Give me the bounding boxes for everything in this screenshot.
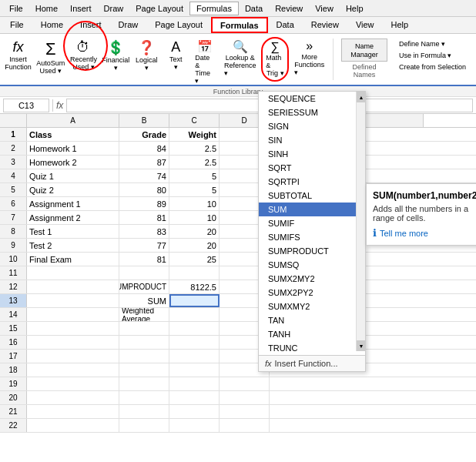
cell-14a[interactable]: [27, 308, 119, 321]
cell-14b[interactable]: Weighted Average: [119, 308, 169, 321]
cell-13c[interactable]: [169, 294, 220, 307]
dropdown-item-sumproduct[interactable]: SUMPRODUCT: [259, 244, 365, 258]
menu-page-layout[interactable]: Page Layout: [129, 2, 189, 15]
rb-math-trig[interactable]: ∑ Math & Trig ▾: [261, 37, 289, 82]
cell-3c[interactable]: 2.5: [169, 156, 220, 169]
rb-more-functions[interactable]: » More Functions ▾: [290, 37, 328, 82]
cell-5a[interactable]: Quiz 2: [27, 183, 119, 196]
menu-view[interactable]: View: [309, 2, 340, 15]
menu-draw[interactable]: Draw: [98, 2, 130, 15]
dropdown-item-sequence[interactable]: SEQUENCE: [259, 92, 365, 105]
rb-insert-function[interactable]: fx Insert Function: [3, 37, 33, 82]
dropdown-item-tanh[interactable]: TANH: [259, 327, 365, 341]
tab-home[interactable]: Home: [32, 17, 72, 33]
cell-1c[interactable]: Weight: [169, 128, 220, 141]
cell-13b[interactable]: SUM: [119, 294, 169, 307]
rb-financial[interactable]: 💲 Financial ▾: [100, 37, 131, 82]
cell-12c[interactable]: 8122.5: [169, 280, 220, 293]
cell-11a[interactable]: [27, 266, 119, 280]
cell-7a[interactable]: Assignment 2: [27, 211, 119, 224]
define-name-btn[interactable]: Define Name ▾: [395, 38, 470, 49]
cell-10a[interactable]: Final Exam: [27, 253, 119, 266]
col-header-c[interactable]: C: [169, 114, 220, 127]
cell-9a[interactable]: Test 2: [27, 239, 119, 252]
menu-home[interactable]: Home: [29, 2, 64, 15]
dropdown-item-sumif[interactable]: SUMIF: [259, 216, 365, 230]
tab-data[interactable]: Data: [268, 17, 303, 33]
dropdown-item-subtotal[interactable]: SUBTOTAL: [259, 189, 365, 203]
cell-12a[interactable]: [27, 280, 119, 293]
dropdown-item-sqrtpi[interactable]: SQRTPI: [259, 175, 365, 189]
tab-view[interactable]: View: [347, 17, 383, 33]
rb-text[interactable]: A Text ▾: [162, 37, 189, 82]
dropdown-item-sinh[interactable]: SINH: [259, 147, 365, 161]
dropdown-item-sumx2my2[interactable]: SUMX2MY2: [259, 272, 365, 286]
use-in-formula-btn[interactable]: Use in Formula ▾: [395, 50, 470, 61]
col-header-b[interactable]: B: [119, 114, 169, 127]
cell-1b[interactable]: Grade: [119, 128, 169, 141]
cell-4b[interactable]: 74: [119, 169, 169, 182]
rb-lookup-ref[interactable]: 🔍 Lookup & Reference ▾: [220, 37, 260, 82]
cell-3b[interactable]: 87: [119, 156, 169, 169]
dropdown-item-sumx2py2[interactable]: SUMX2PY2: [259, 286, 365, 300]
cell-8b[interactable]: 83: [119, 225, 169, 238]
dropdown-item-trunc[interactable]: TRUNC: [259, 341, 365, 355]
cell-9c[interactable]: 20: [169, 239, 220, 252]
cell-3a[interactable]: Homework 2: [27, 156, 119, 169]
tab-file[interactable]: File: [2, 17, 32, 33]
dropdown-item-sumxmy2[interactable]: SUMXMY2: [259, 300, 365, 313]
dropdown-item-sin[interactable]: SIN: [259, 133, 365, 147]
cell-13a[interactable]: [27, 294, 119, 307]
tab-page-layout[interactable]: Page Layout: [146, 17, 211, 33]
dropdown-item-sign[interactable]: SIGN: [259, 119, 365, 133]
dropdown-item-sumsq[interactable]: SUMSQ: [259, 258, 365, 272]
name-manager-btn[interactable]: Name Manager: [341, 38, 387, 62]
cell-10b[interactable]: 81: [119, 253, 169, 266]
cell-6c[interactable]: 10: [169, 197, 220, 210]
cell-5b[interactable]: 80: [119, 183, 169, 196]
menu-data[interactable]: Data: [239, 2, 269, 15]
tab-insert[interactable]: Insert: [72, 17, 110, 33]
cell-6a[interactable]: Assignment 1: [27, 197, 119, 210]
col-header-a[interactable]: A: [27, 114, 119, 127]
create-from-selection-btn[interactable]: Create from Selection: [395, 62, 470, 72]
tab-help[interactable]: Help: [383, 17, 417, 33]
cell-14c[interactable]: [169, 308, 220, 321]
cell-5c[interactable]: 5: [169, 183, 220, 196]
tooltip-link[interactable]: ℹ Tell me more: [373, 227, 476, 239]
cell-10c[interactable]: 25: [169, 253, 220, 266]
tab-formulas[interactable]: Formulas: [211, 17, 268, 33]
dropdown-item-sqrt[interactable]: SQRT: [259, 161, 365, 175]
dropdown-item-sum[interactable]: SUM: [259, 203, 365, 216]
cell-4c[interactable]: 5: [169, 169, 220, 182]
cell-9b[interactable]: 77: [119, 239, 169, 252]
cell-2a[interactable]: Homework 1: [27, 142, 119, 155]
cell-8c[interactable]: 20: [169, 225, 220, 238]
rb-autosum[interactable]: Σ AutoSum Used ▾: [35, 37, 67, 82]
menu-insert[interactable]: Insert: [64, 2, 98, 15]
cell-6b[interactable]: 89: [119, 197, 169, 210]
cell-12b[interactable]: SUMPRODUCT: [119, 280, 169, 293]
cell-2c[interactable]: 2.5: [169, 142, 220, 155]
rb-recently-used[interactable]: ⏱ Recently Used ▾: [69, 37, 99, 82]
cell-4a[interactable]: Quiz 1: [27, 169, 119, 182]
rb-datetime[interactable]: 📅 Date & Time ▾: [191, 37, 219, 82]
menu-formulas[interactable]: Formulas: [189, 2, 239, 15]
cell-11b[interactable]: [119, 266, 169, 280]
cell-11c[interactable]: [169, 266, 220, 280]
tab-draw[interactable]: Draw: [110, 17, 147, 33]
cell-8a[interactable]: Test 1: [27, 225, 119, 238]
tab-review[interactable]: Review: [303, 17, 347, 33]
math-trig-dropdown[interactable]: SEQUENCE SERIESSUM SIGN SIN SINH SQRT SQ…: [258, 91, 366, 372]
cell-1a[interactable]: Class: [27, 128, 119, 141]
dropdown-item-seriessum[interactable]: SERIESSUM: [259, 105, 365, 119]
menu-file[interactable]: File: [3, 2, 29, 15]
cell-7c[interactable]: 10: [169, 211, 220, 224]
menu-help[interactable]: Help: [340, 2, 370, 15]
name-box[interactable]: [3, 99, 49, 112]
cell-7b[interactable]: 81: [119, 211, 169, 224]
rb-logical[interactable]: ❓ Logical ▾: [132, 37, 160, 82]
cell-2b[interactable]: 84: [119, 142, 169, 155]
dropdown-item-tan[interactable]: TAN: [259, 313, 365, 327]
insert-function-item[interactable]: fx Insert Function...: [259, 355, 365, 371]
